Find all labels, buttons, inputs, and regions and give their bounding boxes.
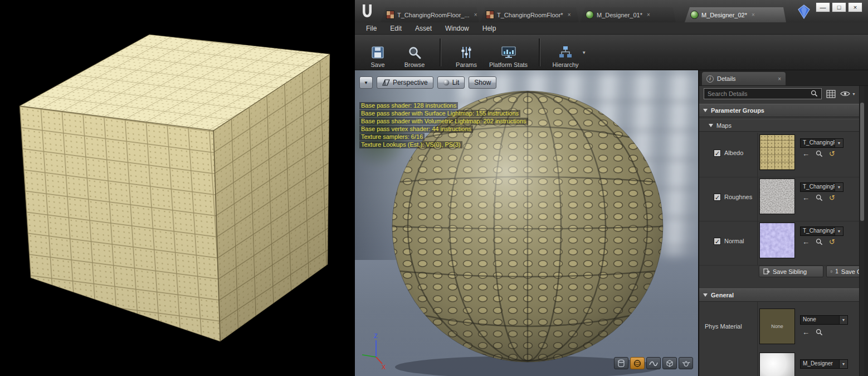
phys-material-thumbnail[interactable]: None — [759, 308, 795, 344]
eye-dropdown-icon[interactable]: ▼ — [852, 92, 856, 96]
params-button[interactable]: Params — [448, 37, 485, 68]
column-divider[interactable] — [757, 177, 758, 221]
parameter-groups-header[interactable]: Parameter Groups — [699, 104, 859, 117]
use-selected-asset-icon[interactable]: ← — [802, 194, 810, 201]
roughness-checkbox[interactable]: ✓ — [714, 194, 721, 201]
chevron-down-icon: ▼ — [835, 183, 843, 191]
menu-asset[interactable]: Asset — [408, 23, 438, 33]
lit-label: Lit — [452, 79, 460, 86]
parent-material-combobox[interactable]: M_Designer ▼ — [800, 359, 848, 369]
parameter-groups-label: Parameter Groups — [711, 107, 764, 114]
shape-cube-button[interactable] — [662, 357, 677, 369]
stat-line: Base pass shader: 128 instructions — [359, 102, 458, 109]
viewport-options-dropdown[interactable]: ▼ — [359, 76, 373, 89]
phys-material-row: Phys Material None None ▼ ← — [699, 302, 859, 351]
use-selected-asset-icon[interactable]: ← — [802, 150, 810, 157]
roughness-texture-thumbnail[interactable] — [759, 179, 795, 214]
roughness-asset-tools: ← ↺ — [802, 194, 835, 201]
browse-button[interactable]: Browse — [396, 37, 433, 68]
details-tab[interactable]: i Details × — [702, 72, 786, 85]
menu-help[interactable]: Help — [476, 23, 503, 33]
use-selected-asset-icon[interactable]: ← — [802, 329, 810, 336]
texture-asset-icon — [386, 11, 394, 19]
details-tab-label: Details — [717, 75, 736, 82]
shape-cylinder-button[interactable] — [614, 357, 628, 369]
view-options-eye-icon[interactable] — [840, 90, 850, 97]
lit-mode-button[interactable]: Lit — [437, 76, 465, 89]
material-preview-viewport[interactable]: ▼ Perspective Lit — [355, 70, 698, 376]
asset-tab-2[interactable]: T_ChangingRoomFloor* × — [480, 7, 579, 22]
shape-teapot-button[interactable] — [679, 357, 693, 369]
browse-to-asset-icon[interactable] — [816, 329, 823, 336]
save-button[interactable]: Save — [359, 37, 396, 68]
texture-asset-icon — [486, 11, 494, 19]
hierarchy-dropdown-icon[interactable]: ▼ — [582, 50, 586, 55]
tab-close-icon[interactable]: × — [568, 12, 571, 18]
unreal-engine-logo-icon — [359, 3, 375, 20]
title-bar: T_ChangingRoomFloor_... × T_ChangingRoom… — [355, 0, 868, 22]
chevron-down-icon: ▼ — [839, 316, 847, 324]
asset-tab-3[interactable]: M_Designer_01* × — [580, 7, 676, 22]
albedo-checkbox[interactable]: ✓ — [714, 150, 721, 157]
asset-tab-4-active[interactable]: M_Designer_02* × — [685, 7, 786, 22]
sphere-icon — [633, 359, 642, 368]
normal-asset-combobox[interactable]: T_ChangingF ▼ — [800, 226, 843, 236]
maximize-button[interactable]: □ — [832, 2, 846, 12]
asset-tab-1[interactable]: T_ChangingRoomFloor_... × — [381, 7, 479, 22]
details-scrollbar-thumb[interactable] — [860, 103, 864, 221]
save-label: Save — [370, 61, 384, 68]
platform-stats-button[interactable]: Platform Stats — [485, 37, 532, 68]
axis-x-label: X — [382, 364, 386, 370]
maps-header[interactable]: Maps — [699, 119, 859, 132]
minimize-button[interactable]: — — [816, 2, 830, 12]
normal-asset-tools: ← ↺ — [802, 238, 835, 245]
tab-close-icon[interactable]: × — [474, 12, 477, 18]
menu-bar: File Edit Asset Window Help — [355, 22, 868, 35]
normal-checkbox[interactable]: ✓ — [714, 238, 721, 245]
column-divider[interactable] — [757, 302, 758, 351]
shape-cloth-button[interactable] — [646, 357, 661, 369]
shape-sphere-button-active[interactable] — [630, 357, 645, 369]
column-divider[interactable] — [757, 133, 758, 177]
menu-window[interactable]: Window — [438, 23, 476, 33]
use-selected-asset-icon[interactable]: ← — [802, 238, 810, 245]
close-button[interactable]: × — [848, 2, 862, 12]
cylinder-icon — [617, 359, 626, 368]
docking-tab-icon — [798, 4, 810, 19]
maps-label: Maps — [716, 122, 732, 129]
phys-material-combobox[interactable]: None ▼ — [800, 315, 848, 325]
tab-label: M_Designer_02* — [701, 12, 747, 18]
expand-arrow-icon — [709, 124, 713, 127]
parent-material-thumbnail[interactable] — [759, 353, 795, 376]
roughness-asset-combobox[interactable]: T_ChangingF ▼ — [800, 182, 843, 192]
column-divider[interactable] — [757, 221, 758, 265]
unreal-editor-window: T_ChangingRoomFloor_... × T_ChangingRoom… — [355, 0, 868, 376]
menu-edit[interactable]: Edit — [383, 23, 408, 33]
general-header[interactable]: General — [699, 288, 859, 302]
tab-close-icon[interactable]: × — [647, 12, 650, 18]
save-sibling-button[interactable]: Save Sibling — [759, 266, 823, 277]
reset-to-default-icon[interactable]: ↺ — [829, 238, 835, 245]
browse-to-asset-icon[interactable] — [816, 150, 823, 157]
menu-file[interactable]: File — [359, 23, 383, 33]
maximize-icon: □ — [837, 4, 841, 11]
normal-texture-thumbnail[interactable] — [759, 223, 795, 258]
perspective-button[interactable]: Perspective — [377, 76, 433, 89]
show-menu-button[interactable]: Show — [469, 76, 496, 89]
albedo-texture-thumbnail[interactable] — [759, 134, 795, 170]
search-details-input[interactable] — [704, 88, 822, 99]
hierarchy-button[interactable]: Hierarchy ▼ — [547, 37, 584, 68]
tab-close-icon[interactable]: × — [752, 12, 755, 18]
property-matrix-icon[interactable] — [826, 90, 836, 98]
lit-sphere-icon — [443, 79, 450, 86]
reset-to-default-icon[interactable]: ↺ — [829, 194, 835, 201]
normal-asset-value: T_ChangingF — [801, 227, 835, 235]
reset-to-default-icon[interactable]: ↺ — [829, 150, 835, 157]
details-tab-close-icon[interactable]: × — [778, 76, 781, 82]
albedo-asset-combobox[interactable]: T_ChangingF ▼ — [800, 138, 843, 148]
browse-to-asset-icon[interactable] — [816, 238, 823, 245]
column-divider[interactable] — [757, 351, 758, 376]
details-panel-edge — [864, 86, 868, 376]
stat-line: Base pass vertex shader: 44 instructions — [359, 126, 473, 133]
browse-to-asset-icon[interactable] — [816, 194, 823, 201]
